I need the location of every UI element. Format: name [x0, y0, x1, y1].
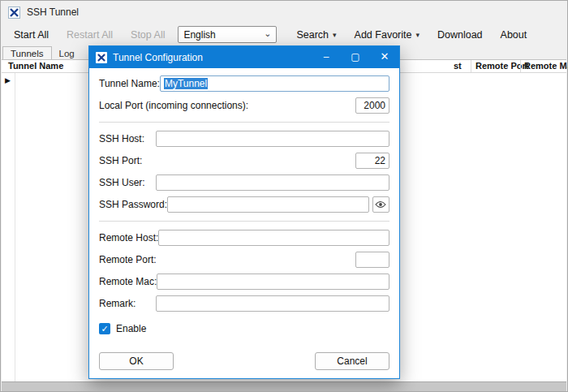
dropdown-arrow-icon: ▾ — [333, 31, 337, 39]
ssh-port-label: SSH Port: — [99, 155, 142, 166]
remark-input[interactable] — [156, 295, 389, 312]
about-label: About — [501, 29, 527, 41]
ok-button[interactable]: OK — [99, 352, 174, 370]
ssh-user-row: SSH User: — [99, 174, 389, 191]
ssh-host-row: SSH Host: — [99, 131, 389, 147]
local-port-row: Local Port (incoming connections): — [99, 97, 389, 114]
enable-row: ✓ Enable — [99, 321, 389, 337]
dropdown-arrow-icon: ▾ — [415, 31, 420, 39]
add-favorite-menu-button[interactable]: Add Favorite ▾ — [350, 28, 424, 42]
tunnel-name-label: Tunnel Name: — [99, 78, 160, 89]
stop-all-button[interactable]: Stop All — [126, 28, 170, 42]
maximize-button[interactable]: ▢ — [341, 46, 370, 68]
ssh-user-label: SSH User: — [99, 177, 145, 188]
toolbar: Start All Restart All Stop All English ⌄… — [1, 24, 567, 45]
close-button[interactable]: ✕ — [370, 46, 399, 68]
tab-log[interactable]: Log — [52, 47, 82, 60]
app-logo-icon — [10, 8, 19, 17]
restart-all-button[interactable]: Restart All — [62, 28, 118, 42]
tunnel-configuration-dialog: Tunnel Configuration – ▢ ✕ Tunnel Name: … — [88, 45, 400, 379]
col-tunnel-name[interactable]: Tunnel Name — [8, 61, 63, 71]
dialog-icon — [96, 52, 107, 63]
remote-host-label: Remote Host: — [99, 232, 158, 243]
ssh-user-input[interactable] — [156, 174, 389, 191]
remark-label: Remark: — [99, 298, 136, 309]
minimize-button[interactable]: – — [312, 46, 341, 68]
add-favorite-label: Add Favorite — [355, 29, 412, 41]
dialog-body: Tunnel Name: MyTunnel Local Port (incomi… — [89, 68, 399, 378]
show-password-button[interactable] — [372, 196, 389, 213]
ssh-password-row: SSH Password: — [99, 196, 389, 213]
cancel-button[interactable]: Cancel — [315, 352, 389, 370]
stop-all-label: Stop All — [131, 29, 165, 41]
remote-mac-input[interactable] — [157, 274, 389, 290]
section-divider — [99, 221, 389, 222]
download-button[interactable]: Download — [432, 28, 488, 42]
tunnel-name-value: MyTunnel — [164, 78, 208, 89]
window-titlebar: SSH Tunnel — [1, 1, 567, 24]
tunnel-name-input[interactable]: MyTunnel — [160, 75, 389, 92]
dialog-buttons: OK Cancel — [99, 352, 389, 370]
row-header-gutter — [2, 73, 15, 381]
language-value: English — [183, 29, 215, 41]
app-logo-icon — [97, 54, 105, 62]
remark-row: Remark: — [99, 295, 389, 312]
chevron-down-icon: ⌄ — [264, 28, 271, 39]
horizontal-scrollbar[interactable] — [2, 381, 566, 391]
section-divider — [99, 122, 389, 123]
search-label: Search — [296, 29, 329, 41]
ssh-host-input[interactable] — [156, 131, 389, 147]
download-label: Download — [437, 29, 483, 41]
app-icon — [8, 6, 20, 19]
row-pointer-icon: ▶ — [5, 76, 11, 84]
start-all-label: Start All — [14, 29, 49, 41]
remote-mac-label: Remote Mac: — [99, 276, 157, 287]
column-divider — [520, 60, 521, 72]
language-select[interactable]: English ⌄ — [178, 26, 277, 43]
col-host-partial[interactable]: st — [454, 61, 462, 71]
dialog-title: Tunnel Configuration — [113, 52, 312, 63]
ssh-port-input[interactable] — [355, 153, 389, 169]
remote-host-row: Remote Host: — [99, 230, 389, 246]
remote-port-row: Remote Port: — [99, 252, 389, 268]
enable-label: Enable — [116, 323, 146, 334]
about-button[interactable]: About — [496, 28, 532, 42]
local-port-input[interactable] — [355, 97, 389, 114]
ssh-host-label: SSH Host: — [99, 133, 144, 144]
window-title: SSH Tunnel — [27, 6, 79, 18]
col-remote-mac[interactable]: Remote Mac — [524, 61, 568, 71]
column-divider — [471, 60, 471, 72]
remote-port-label: Remote Port: — [99, 254, 157, 265]
remote-port-input[interactable] — [355, 252, 389, 268]
dialog-titlebar[interactable]: Tunnel Configuration – ▢ ✕ — [89, 46, 399, 68]
remote-mac-row: Remote Mac: — [99, 274, 389, 290]
search-menu-button[interactable]: Search ▾ — [291, 28, 341, 42]
eye-icon — [375, 200, 386, 209]
enable-checkbox[interactable]: ✓ — [99, 323, 110, 334]
remote-host-input[interactable] — [158, 230, 389, 246]
ssh-password-label: SSH Password: — [99, 199, 167, 210]
start-all-button[interactable]: Start All — [9, 28, 54, 42]
app-window: SSH Tunnel Start All Restart All Stop Al… — [0, 0, 568, 392]
ssh-password-input[interactable] — [167, 196, 369, 213]
tab-tunnels[interactable]: Tunnels — [2, 46, 52, 60]
restart-all-label: Restart All — [67, 29, 113, 41]
local-port-label: Local Port (incoming connections): — [99, 100, 248, 111]
tunnel-name-row: Tunnel Name: MyTunnel — [99, 75, 389, 92]
ssh-port-row: SSH Port: — [99, 153, 389, 169]
